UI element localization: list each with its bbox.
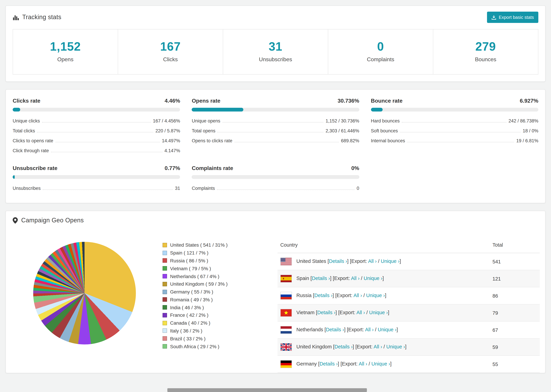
flag-nl-icon (280, 326, 292, 334)
country-name: Netherlands (296, 327, 323, 332)
legend-label: Italy ( 36 / 2% ) (170, 328, 202, 334)
rate-row-value: 0 (357, 186, 359, 191)
rate-block-unsubscribe-rate: Unsubscribe rate 0.77% Unsubscribes 31 (13, 165, 180, 193)
country-name: United Kingdom (296, 344, 332, 350)
export-unique-link[interactable]: Unique › (378, 327, 397, 332)
rate-title: Unsubscribe rate (13, 165, 57, 171)
export-all-link[interactable]: All › (374, 344, 382, 350)
legend-item-brazil: Brazil ( 33 / 2% ) (162, 335, 278, 343)
rate-title: Opens rate (192, 98, 220, 104)
details-link[interactable]: Details › (326, 327, 344, 332)
export-unique-link[interactable]: Unique › (364, 275, 382, 281)
rate-row-unique-opens: Unique opens 1,152 / 30.736% (192, 116, 359, 126)
country-total: 67 (490, 321, 540, 338)
legend-label: India ( 46 / 3% ) (170, 305, 204, 310)
flag-de-icon (280, 360, 292, 368)
geo-table-row-spain: Spain [Details ›] [Export: All › / Uniqu… (278, 270, 540, 287)
stat-opens: 1,152 Opens (13, 29, 118, 74)
tracking-stats-header: Tracking stats Export basic stats (6, 6, 545, 27)
rate-block-complaints-rate: Complaints rate 0% Complaints 0 (192, 165, 359, 193)
dotted-leader (43, 189, 173, 190)
details-link[interactable]: Details › (314, 293, 332, 298)
rates-grid: Clicks rate 4.46% Unique clicks 167 / 4.… (6, 90, 545, 203)
export-all-link[interactable]: All › (359, 361, 367, 366)
export-unique-link[interactable]: Unique › (381, 259, 400, 264)
legend-swatch (162, 313, 167, 317)
rate-row-value: 689.82% (341, 138, 359, 143)
rate-block-bounce-rate: Bounce rate 6.927% Hard bounces 242 / 86… (371, 98, 538, 156)
export-all-link[interactable]: All › (368, 259, 377, 264)
rate-row-total-opens: Total opens 2,303 / 61.446% (192, 126, 359, 136)
export-unique-link[interactable]: Unique › (371, 361, 390, 366)
details-link[interactable]: Details › (329, 259, 347, 264)
total-column-header: Total (490, 237, 540, 253)
legend-item-russia: Russia ( 86 / 5% ) (162, 257, 278, 265)
legend-label: Russia ( 86 / 5% ) (170, 258, 208, 263)
stats-summary-row: 1,152 Opens 167 Clicks 31 Unsubscribes 0… (13, 29, 538, 75)
legend-item-france: France ( 42 / 2% ) (162, 311, 278, 319)
export-basic-stats-button[interactable]: Export basic stats (487, 12, 538, 23)
rate-row-unsubscribes: Unsubscribes 31 (13, 183, 180, 193)
geo-opens-title: Campaign Geo Opens (21, 217, 84, 224)
geo-table-row-germany: Germany [Details ›] [Export: All › / Uni… (278, 356, 540, 373)
country-name: Russia (296, 293, 312, 298)
stat-value: 31 (223, 40, 328, 53)
geo-content: United States ( 541 / 31% ) Spain ( 121 … (6, 228, 545, 373)
rate-row-soft-bounces: Soft bounces 18 / 0% (371, 126, 538, 136)
details-link[interactable]: Details › (312, 275, 330, 281)
rate-row-hard-bounces: Hard bounces 242 / 86.738% (371, 116, 538, 126)
rate-row-value: 31 (175, 186, 180, 191)
legend-swatch (162, 321, 167, 325)
details-link[interactable]: Details › (319, 361, 338, 366)
dotted-leader (400, 132, 521, 132)
stat-value: 279 (433, 40, 538, 53)
country-total: 541 (490, 253, 540, 270)
download-icon (492, 15, 496, 20)
rate-row-label: Unique clicks (13, 118, 40, 124)
legend-swatch (162, 290, 167, 294)
export-unique-link[interactable]: Unique › (386, 344, 405, 350)
details-link[interactable]: Details › (317, 310, 335, 315)
bar-chart-icon (13, 14, 19, 20)
rate-row-total-clicks: Total clicks 220 / 5.87% (13, 126, 180, 136)
export-all-link[interactable]: All › (351, 275, 360, 281)
export-all-link[interactable]: All › (353, 293, 362, 298)
legend-swatch (162, 305, 167, 309)
horizontal-scrollbar-thumb[interactable] (167, 388, 367, 392)
geo-opens-card: Campaign Geo Opens United States ( 541 /… (6, 211, 545, 373)
rate-row-value: 19 / 6.81% (516, 138, 538, 143)
geo-pie-chart (33, 242, 136, 344)
dotted-leader (217, 189, 355, 190)
geo-opens-header: Campaign Geo Opens (6, 211, 545, 228)
rate-row-label: Internal bounces (371, 138, 405, 143)
geo-table-row-netherlands: Netherlands [Details ›] [Export: All › /… (278, 321, 540, 338)
country-total: 121 (490, 270, 540, 287)
rate-rows: Unsubscribes 31 (13, 183, 180, 193)
export-all-link[interactable]: All › (356, 310, 365, 315)
rate-percent: 30.736% (338, 98, 359, 104)
rate-row-label: Click through rate (13, 148, 49, 153)
dotted-leader (234, 142, 339, 142)
stat-value: 167 (118, 40, 223, 53)
export-all-link[interactable]: All › (365, 327, 374, 332)
details-link[interactable]: Details › (334, 344, 353, 350)
export-unique-link[interactable]: Unique › (366, 293, 385, 298)
dotted-leader (55, 142, 160, 142)
rate-row-value: 220 / 5.87% (155, 128, 180, 133)
stat-value: 1,152 (13, 40, 118, 53)
legend-swatch (162, 329, 167, 333)
rate-progress-track (13, 108, 180, 112)
country-name: Spain (296, 275, 309, 281)
rate-row-complaints: Complaints 0 (192, 183, 359, 193)
export-unique-link[interactable]: Unique › (369, 310, 388, 315)
stat-label: Clicks (118, 56, 223, 63)
dotted-leader (222, 122, 323, 122)
legend-item-united-kingdom: United Kingdom ( 59 / 3% ) (162, 280, 278, 288)
legend-label: United Kingdom ( 59 / 3% ) (170, 281, 228, 287)
legend-swatch (162, 266, 167, 271)
flag-us-icon (280, 258, 292, 266)
rate-block-clicks-rate: Clicks rate 4.46% Unique clicks 167 / 4.… (13, 98, 180, 156)
country-column-header: Country (278, 237, 490, 253)
rate-row-value: 242 / 86.738% (509, 118, 538, 124)
legend-label: Spain ( 121 / 7% ) (170, 250, 208, 256)
